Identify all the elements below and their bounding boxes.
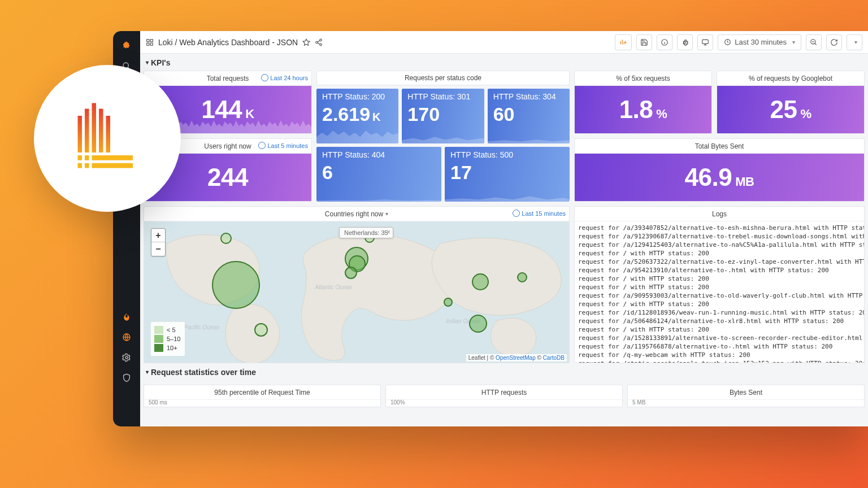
- map-zoom-controls: + −: [151, 228, 166, 256]
- svg-point-12: [320, 39, 322, 41]
- panel-title: Requests per status code: [405, 74, 481, 82]
- log-line: request for /static assets/apple-touch-i…: [578, 359, 861, 363]
- panel-title: Total requests: [207, 75, 249, 82]
- svg-rect-31: [85, 155, 89, 160]
- kpi-row-header[interactable]: ▾ KPI's: [144, 54, 865, 71]
- svg-text:Atlantic Ocean: Atlantic Ocean: [314, 284, 352, 290]
- star-icon[interactable]: [302, 38, 310, 46]
- dashboard-body: ▾ KPI's Total requests Last 24 hours 144…: [140, 54, 868, 426]
- log-line: request for / with HTTP status: 200: [578, 300, 861, 308]
- status-label: HTTP Status: 404: [322, 150, 385, 159]
- share-icon[interactable]: [315, 38, 323, 46]
- panel-title: Logs: [712, 210, 727, 218]
- log-line: request for /a/912390687/alternative-to-…: [578, 232, 861, 241]
- main-area: Loki / Web Analytics Dashboard - JSON La…: [140, 31, 868, 426]
- svg-rect-29: [92, 155, 133, 160]
- map-canvas[interactable]: Atlantic Ocean Indian Ocean Pacific Ocea…: [144, 221, 569, 363]
- svg-rect-26: [92, 103, 97, 153]
- page-title: Loki / Web Analytics Dashboard - JSON: [158, 38, 298, 47]
- close-icon[interactable]: ×: [387, 228, 390, 236]
- panel-p95[interactable]: 95th percentile of Request Time 500 ms: [144, 385, 381, 407]
- svg-rect-32: [85, 163, 89, 168]
- log-line: request for /a/506486124/alternative-to-…: [578, 317, 861, 325]
- zoom-out-icon[interactable]: [806, 34, 822, 50]
- panel-googlebot[interactable]: % of requests by Googlebot 25%: [717, 71, 865, 134]
- log-line: request for /a/954213910/alternative-to-…: [578, 266, 861, 274]
- stats-row-title: Request statistics over time: [151, 368, 256, 377]
- svg-rect-34: [78, 163, 83, 168]
- svg-rect-8: [147, 39, 149, 41]
- log-line: request for /a/520637322/alternative-to-…: [578, 258, 861, 266]
- grafana-logo-icon[interactable]: [118, 37, 136, 55]
- log-line: request for /a/1528133891/alternative-to…: [578, 334, 861, 342]
- panel-logs[interactable]: Logs request for /a/393407852/alternativ…: [574, 206, 865, 363]
- svg-text:Pacific Ocean: Pacific Ocean: [184, 324, 220, 330]
- status-card-301[interactable]: HTTP Status: 301 170: [402, 89, 484, 143]
- panel-status-codes[interactable]: Requests per status code HTTP Status: 20…: [316, 71, 570, 202]
- time-range-label: Last 30 minutes: [735, 38, 787, 46]
- globe-icon[interactable]: [118, 328, 136, 346]
- legend-item: < 5: [167, 325, 176, 334]
- fire-icon[interactable]: [118, 308, 136, 326]
- gear-icon[interactable]: [677, 34, 693, 50]
- panel-title: Users right now: [204, 142, 251, 150]
- time-range-picker[interactable]: Last 30 minutes ▾: [718, 34, 801, 50]
- monitor-icon[interactable]: [697, 34, 713, 50]
- panel-time-tag: Last 15 minutes: [513, 210, 566, 217]
- shield-icon[interactable]: [118, 369, 136, 387]
- svg-point-7: [125, 356, 128, 359]
- svg-rect-11: [147, 43, 149, 45]
- stat-unit: MB: [735, 175, 754, 189]
- add-panel-button[interactable]: [615, 34, 632, 50]
- refresh-icon[interactable]: [826, 34, 842, 50]
- zoom-out-button[interactable]: −: [151, 242, 165, 256]
- loki-logo-badge: [34, 65, 181, 212]
- panel-bytes-sent-ts[interactable]: Bytes Sent 5 MB: [627, 385, 865, 407]
- legend-item: 10+: [167, 343, 177, 352]
- zoom-in-button[interactable]: +: [151, 229, 165, 242]
- stat-unit: %: [656, 107, 667, 121]
- apps-icon[interactable]: [146, 38, 154, 46]
- log-line: request for /q-my-webcam with HTTP statu…: [578, 351, 861, 359]
- chevron-down-icon: ▾: [385, 211, 388, 217]
- chevron-down-icon: ▾: [792, 39, 795, 45]
- svg-rect-33: [78, 155, 83, 160]
- panel-title: % of requests by Googlebot: [749, 75, 832, 82]
- status-card-500[interactable]: HTTP Status: 500 17: [445, 147, 570, 202]
- stat-value: 1.8: [619, 95, 653, 124]
- app-window: Loki / Web Analytics Dashboard - JSON La…: [113, 31, 868, 426]
- map-attribution: Leaflet | © OpenStreetMap © CartoDB: [466, 354, 567, 361]
- carto-link[interactable]: CartoDB: [543, 355, 565, 361]
- panel-bytes-sent[interactable]: Total Bytes Sent 46.9MB: [574, 138, 865, 202]
- panel-5xx[interactable]: % of 5xx requests 1.8%: [574, 71, 712, 134]
- refresh-interval-picker[interactable]: ▾: [847, 34, 862, 50]
- stat-value: 46.9: [685, 163, 732, 191]
- kpi-row-title: KPI's: [151, 58, 170, 67]
- info-icon[interactable]: [657, 34, 672, 50]
- caret-down-icon: ▾: [146, 59, 149, 66]
- log-line: request for /a/1195766878/alternative-to…: [578, 342, 861, 351]
- legend-item: 5–10: [167, 334, 180, 343]
- log-line: request for / with HTTP status: 200: [578, 325, 861, 334]
- svg-rect-17: [702, 40, 709, 43]
- stats-row-header[interactable]: ▾ Request statistics over time: [144, 363, 865, 380]
- chevron-down-icon: ▾: [854, 39, 857, 45]
- log-line: request for /a/1294125403/alternative-to…: [578, 241, 861, 249]
- log-line: request for / with HTTP status: 200: [578, 283, 861, 291]
- stat-unit: %: [800, 107, 811, 121]
- svg-rect-9: [150, 39, 153, 41]
- svg-rect-27: [99, 109, 103, 153]
- svg-rect-30: [92, 163, 133, 168]
- status-card-404[interactable]: HTTP Status: 404 6: [316, 147, 441, 202]
- osm-link[interactable]: OpenStreetMap: [496, 355, 536, 361]
- stat-value: 244: [207, 163, 248, 191]
- status-card-304[interactable]: HTTP Status: 304 60: [488, 89, 570, 143]
- panel-http-requests[interactable]: HTTP requests 100%: [385, 385, 623, 407]
- panel-countries-map[interactable]: Countries right now ▾ Last 15 minutes: [144, 206, 570, 363]
- logs-body: request for /a/393407852/alternative-to-…: [575, 221, 864, 363]
- status-card-200[interactable]: HTTP Status: 200 2.619K: [316, 89, 398, 143]
- save-button[interactable]: [636, 34, 652, 50]
- settings-icon[interactable]: [118, 348, 136, 367]
- panel-title: Total Bytes Sent: [695, 142, 744, 150]
- caret-down-icon: ▾: [146, 369, 149, 375]
